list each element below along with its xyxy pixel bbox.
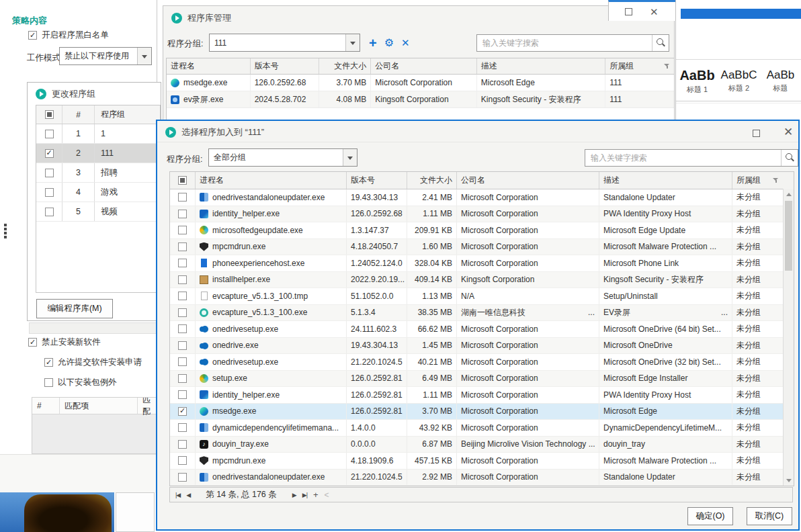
row-checkbox[interactable]: [178, 407, 187, 416]
pager-back-icon[interactable]: <: [325, 490, 329, 500]
allow-request-checkbox[interactable]: [44, 358, 53, 367]
row-checkbox[interactable]: [178, 341, 187, 350]
process-row[interactable]: msedge.exe126.0.2592.813.70 MBMicrosoft …: [170, 404, 794, 420]
row-checkbox[interactable]: [45, 130, 54, 138]
column-header[interactable]: 文件大小: [407, 172, 456, 189]
close-icon[interactable]: ✕: [784, 126, 793, 138]
column-header[interactable]: 版本号: [250, 58, 319, 74]
row-checkbox[interactable]: [178, 210, 187, 218]
filter-icon[interactable]: [664, 63, 670, 69]
column-header[interactable]: #: [62, 105, 94, 124]
vertical-scrollbar[interactable]: [783, 189, 794, 486]
maximize-icon[interactable]: [625, 8, 632, 15]
process-row[interactable]: evcapture_v5.1.3_100.exe5.1.3.438.35 MB湖…: [170, 305, 794, 322]
column-header[interactable]: 程序组: [94, 105, 160, 124]
row-checkbox[interactable]: [178, 456, 187, 465]
row-select-cell[interactable]: [170, 338, 195, 354]
ok-button[interactable]: 确定(O): [687, 507, 733, 525]
scroll-down-icon[interactable]: [784, 476, 794, 485]
column-header[interactable]: 文件大小: [319, 58, 370, 74]
process-row[interactable]: identity_helper.exe126.0.2592.811.11 MBM…: [170, 387, 794, 404]
process-row[interactable]: identity_helper.exe126.0.2592.681.11 MBM…: [170, 206, 794, 223]
filter-icon[interactable]: [773, 177, 779, 183]
group-select[interactable]: 全部分组: [208, 148, 357, 167]
first-page-icon[interactable]: |◀: [175, 492, 180, 498]
row-select-cell[interactable]: [36, 163, 62, 182]
group-row[interactable]: 5视频: [36, 202, 160, 222]
close-icon[interactable]: ✕: [650, 7, 659, 17]
row-select-cell[interactable]: [170, 404, 195, 420]
column-header[interactable]: 所属组: [605, 58, 674, 74]
column-header[interactable]: 版本号: [346, 172, 407, 189]
row-checkbox[interactable]: [178, 473, 187, 482]
style-item-heading1[interactable]: AaBb 标题 1: [677, 63, 717, 99]
row-select-cell[interactable]: [170, 470, 195, 486]
process-row[interactable]: microsoftedgeupdate.exe1.3.147.37209.91 …: [170, 222, 794, 239]
row-checkbox[interactable]: [45, 188, 54, 197]
row-select-cell[interactable]: [170, 239, 195, 255]
group-select[interactable]: 111: [209, 34, 360, 52]
scroll-up-icon[interactable]: [784, 189, 794, 199]
row-checkbox[interactable]: [178, 423, 187, 432]
row-select-cell[interactable]: [36, 144, 62, 163]
row-checkbox[interactable]: [45, 149, 54, 158]
scrollbar-thumb[interactable]: [785, 201, 792, 271]
select-all-cell[interactable]: [170, 172, 195, 189]
maximize-icon[interactable]: [753, 130, 760, 137]
work-mode-select[interactable]: 禁止以下程序使用: [59, 47, 152, 65]
select-all-cell[interactable]: [36, 105, 62, 124]
select-all-checkbox[interactable]: [45, 110, 54, 119]
row-checkbox[interactable]: [178, 242, 187, 251]
column-header[interactable]: 描述: [476, 58, 605, 74]
row-select-cell[interactable]: [36, 183, 62, 202]
prev-page-icon[interactable]: ◀: [186, 492, 190, 498]
column-header[interactable]: 匹配项: [59, 398, 137, 414]
row-select-cell[interactable]: [170, 288, 195, 304]
process-row[interactable]: installhelper.exe2022.9.20.19...409.14 K…: [170, 272, 794, 289]
column-header[interactable]: 匹配: [137, 398, 157, 414]
process-row[interactable]: onedrive.exe19.43.304.131.45 MBMicrosoft…: [170, 338, 794, 355]
forbid-install-checkbox[interactable]: [28, 338, 37, 347]
package-exception-checkbox[interactable]: [44, 378, 53, 387]
library-row[interactable]: msedge.exe126.0.2592.683.70 MBMicrosoft …: [167, 75, 674, 91]
row-checkbox[interactable]: [178, 275, 187, 284]
search-icon[interactable]: [652, 35, 669, 51]
group-row[interactable]: 4游戏: [36, 183, 160, 202]
style-item-heading3[interactable]: AaBb 标题: [761, 63, 800, 99]
column-header[interactable]: 描述: [599, 172, 732, 189]
process-row[interactable]: mpcmdrun.exe4.18.24050.71.60 MBMicrosoft…: [170, 239, 794, 256]
delete-group-icon[interactable]: ✕: [401, 38, 410, 48]
row-select-cell[interactable]: [36, 202, 62, 221]
column-header[interactable]: 公司名: [370, 58, 476, 74]
cancel-button[interactable]: 取消(C): [747, 507, 792, 525]
process-row[interactable]: onedrivestandaloneupdater.exe21.220.1024…: [170, 470, 794, 486]
process-row[interactable]: phoneexperiencehost.exe1.24052.124.0328.…: [170, 255, 794, 272]
add-row-icon[interactable]: +: [313, 490, 319, 500]
row-select-cell[interactable]: [36, 124, 62, 143]
edit-library-button[interactable]: 编辑程序库(M): [36, 299, 113, 318]
row-select-cell[interactable]: [170, 305, 195, 321]
row-select-cell[interactable]: [170, 371, 195, 387]
style-item-heading2[interactable]: AaBbC 标题 2: [719, 63, 759, 99]
select-all-checkbox[interactable]: [178, 176, 187, 185]
search-icon[interactable]: [781, 150, 798, 166]
column-header[interactable]: 进程名: [195, 172, 346, 189]
next-page-icon[interactable]: ▶: [292, 492, 296, 498]
row-select-cell[interactable]: [170, 437, 195, 453]
row-checkbox[interactable]: [45, 208, 54, 216]
row-checkbox[interactable]: [178, 226, 187, 234]
chevron-down-icon[interactable]: [345, 34, 360, 51]
row-checkbox[interactable]: [178, 324, 187, 333]
column-header[interactable]: 所属组: [732, 172, 783, 189]
group-row[interactable]: 11: [36, 124, 160, 144]
library-row[interactable]: ev录屏.exe2024.5.28.7024.08 MBKingsoft Cor…: [167, 91, 674, 108]
last-page-icon[interactable]: ▶|: [302, 492, 307, 498]
chevron-down-icon[interactable]: [343, 149, 357, 166]
column-header[interactable]: 进程名: [167, 58, 250, 74]
row-select-cell[interactable]: [170, 321, 195, 337]
process-row[interactable]: evcapture_v5.1.3_100.tmp51.1052.0.01.13 …: [170, 288, 794, 305]
dialog-search-input[interactable]: 输入关键字搜索: [585, 149, 798, 167]
row-checkbox[interactable]: [178, 390, 187, 399]
row-checkbox[interactable]: [178, 193, 187, 202]
row-checkbox[interactable]: [178, 357, 187, 366]
